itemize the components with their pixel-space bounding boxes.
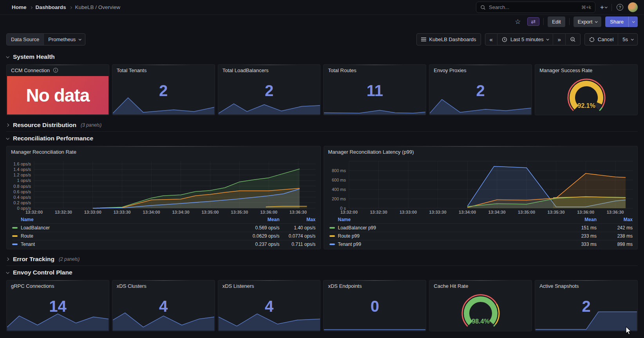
panel-header[interactable]: Total Routes xyxy=(324,65,426,76)
legend-row[interactable]: Tenant p99 333 ms 898 ms xyxy=(329,240,633,248)
svg-text:1.4 ops/s: 1.4 ops/s xyxy=(13,167,31,172)
panel-header[interactable]: Envoy Proxies xyxy=(429,65,532,76)
breadcrumb-dashboards[interactable]: Dashboards xyxy=(36,4,66,10)
export-button[interactable]: Export xyxy=(573,16,602,27)
stat-value: 11 xyxy=(324,83,426,98)
panel-title: Cache Hit Rate xyxy=(434,283,468,289)
split-view-button[interactable]: ⇄ xyxy=(527,17,540,26)
add-new-button[interactable]: + xyxy=(600,4,607,11)
panel-header[interactable]: Manager Reconciliation Latency (p99) xyxy=(324,146,638,157)
panel-total-loadbalancers: Total LoadBalancers 2 xyxy=(218,64,321,115)
kubelb-dashboards-button[interactable]: KubeLB Dashboards xyxy=(417,34,481,45)
legend-col-mean[interactable]: Mean xyxy=(550,217,597,222)
datasource-label: Data Source xyxy=(7,34,43,45)
section-system-health[interactable]: System Health xyxy=(6,50,638,64)
svg-text:13:35:00: 13:35:00 xyxy=(518,210,535,214)
timeseries-chart[interactable]: 1.6 ops/s1.4 ops/s1.2 ops/s1 ops/s0.8 op… xyxy=(9,158,318,215)
panel-title: Total Routes xyxy=(328,67,356,73)
legend-row[interactable]: Tenant 0.237 ops/s 0.711 ops/s xyxy=(12,240,316,248)
edit-button[interactable]: Edit xyxy=(548,16,565,27)
time-shift-forward-button[interactable]: » xyxy=(553,34,565,45)
legend-row[interactable]: LoadBalancer 0.569 ops/s 1.40 ops/s xyxy=(12,224,316,232)
svg-text:13:34:00: 13:34:00 xyxy=(143,210,160,214)
svg-text:0.4 ops/s: 0.4 ops/s xyxy=(13,195,31,200)
svg-text:13:36:30: 13:36:30 xyxy=(606,210,624,214)
divider xyxy=(569,18,570,25)
time-picker-group: « Last 5 minutes » xyxy=(485,33,581,45)
section-title: Resource Distribution xyxy=(13,122,76,129)
panel-header[interactable]: xDS Listeners xyxy=(218,280,320,291)
refresh-interval-select[interactable]: 5s xyxy=(618,34,637,45)
svg-text:13:33:30: 13:33:30 xyxy=(429,210,446,214)
panel-manager-success-rate: Manager Success Rate 92.1% xyxy=(535,64,638,115)
stat-value: 14 xyxy=(7,298,109,314)
panel-xds-clusters: xDS Clusters 4 xyxy=(112,280,215,331)
svg-text:13:32:00: 13:32:00 xyxy=(340,210,357,214)
breadcrumb-separator-icon xyxy=(30,4,32,10)
time-shift-back-button[interactable]: « xyxy=(485,34,497,45)
share-button[interactable]: Share xyxy=(605,16,628,27)
search-input[interactable]: Search... ⌘+k xyxy=(476,2,595,13)
panel-header[interactable]: Active Snapshots xyxy=(535,280,637,291)
panel-header[interactable]: CCM Connection xyxy=(7,65,109,76)
chart-legend: Name Mean Max LoadBalancer p99 151 ms 24… xyxy=(324,215,638,248)
svg-text:800 ms: 800 ms xyxy=(331,168,346,173)
panel-header[interactable]: Cache Hit Rate xyxy=(429,280,532,291)
stat-value: 2 xyxy=(112,83,215,98)
legend-col-name[interactable]: Name xyxy=(329,217,550,222)
legend-col-max[interactable]: Max xyxy=(280,217,316,222)
panel-header[interactable]: gRPC Connections xyxy=(7,280,109,291)
legend-row[interactable]: Route p99 233 ms 238 ms xyxy=(329,232,633,240)
svg-text:13:35:30: 13:35:30 xyxy=(231,210,248,214)
chevron-down-icon xyxy=(595,20,598,23)
section-resource-distribution[interactable]: Resource Distribution (3 panels) xyxy=(6,118,638,132)
panel-header[interactable]: Manager Reconciliation Rate xyxy=(7,146,320,157)
series-swatch xyxy=(329,235,335,237)
cancel-refresh-button[interactable]: Cancel xyxy=(585,34,618,45)
legend-row[interactable]: Route 0.0629 ops/s 0.0774 ops/s xyxy=(12,232,316,240)
help-button[interactable]: ? xyxy=(617,4,623,11)
panel-title: Manager Reconciliation Rate xyxy=(11,149,76,155)
star-button[interactable]: ☆ xyxy=(512,17,523,27)
panel-header[interactable]: Total Tenants xyxy=(112,65,215,76)
panel-header[interactable]: Total LoadBalancers xyxy=(218,65,320,76)
chevron-down-icon xyxy=(79,38,81,40)
section-envoy-control-plane[interactable]: Envoy Control Plane xyxy=(6,266,638,279)
svg-text:13:33:00: 13:33:00 xyxy=(399,210,416,214)
section-title: Envoy Control Plane xyxy=(13,269,72,276)
section-reconciliation-performance[interactable]: Reconciliation Performance xyxy=(6,132,638,145)
section-panel-count: (3 panels) xyxy=(81,122,101,128)
gauge: 92.1% xyxy=(535,76,637,114)
legend-row[interactable]: LoadBalancer p99 151 ms 242 ms xyxy=(329,224,633,232)
time-range-picker[interactable]: Last 5 minutes xyxy=(497,34,553,45)
legend-col-mean[interactable]: Mean xyxy=(233,217,280,222)
panel-title: Total Tenants xyxy=(117,67,147,73)
share-dropdown-button[interactable] xyxy=(628,16,638,27)
panel-header[interactable]: xDS Endpoints xyxy=(324,280,426,291)
panel-header[interactable]: Manager Success Rate xyxy=(535,65,637,76)
avatar[interactable] xyxy=(628,2,638,12)
info-icon[interactable] xyxy=(53,67,58,73)
search-placeholder: Search... xyxy=(489,4,578,10)
divider xyxy=(611,4,612,11)
timeseries-chart[interactable]: 800 ms600 ms400 ms200 ms0 s13:32:0013:32… xyxy=(326,158,635,215)
datasource-select[interactable]: Prometheus xyxy=(43,34,85,45)
legend-col-max[interactable]: Max xyxy=(597,217,633,222)
legend-col-name[interactable]: Name xyxy=(12,217,233,222)
breadcrumb-current: KubeLB / Overview xyxy=(75,4,121,10)
chevron-right-icon xyxy=(6,123,9,126)
chevron-down-icon xyxy=(546,38,549,40)
svg-text:13:35:00: 13:35:00 xyxy=(201,210,219,214)
section-error-tracking[interactable]: Error Tracking (2 panels) xyxy=(6,253,638,266)
svg-text:1.2 ops/s: 1.2 ops/s xyxy=(13,173,31,177)
panel-manager-reconciliation-latency: Manager Reconciliation Latency (p99) 800… xyxy=(324,146,638,249)
series-swatch xyxy=(12,235,18,237)
zoom-out-button[interactable] xyxy=(565,34,580,45)
split-arrows-icon: ⇄ xyxy=(531,18,536,25)
breadcrumb-home[interactable]: Home xyxy=(12,4,27,10)
svg-text:200 ms: 200 ms xyxy=(331,196,346,201)
svg-text:13:36:00: 13:36:00 xyxy=(260,210,277,214)
panel-title: Envoy Proxies xyxy=(434,67,466,73)
panel-header[interactable]: xDS Clusters xyxy=(112,280,215,291)
panel-title: Manager Success Rate xyxy=(539,67,592,73)
